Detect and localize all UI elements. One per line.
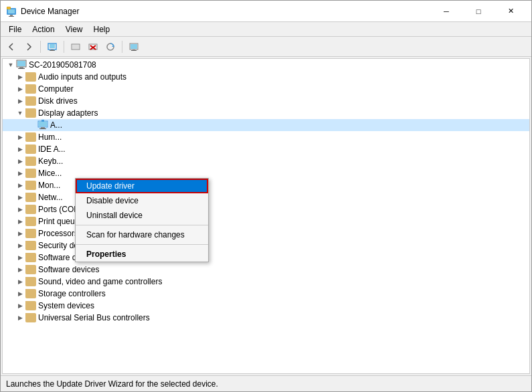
svg-rect-1 [8, 9, 15, 13]
svg-rect-25 [39, 122, 47, 126]
expand-mon-icon: ▶ [15, 180, 25, 191]
usb-folder-icon [25, 313, 36, 322]
svg-rect-26 [41, 127, 45, 128]
svg-rect-21 [17, 61, 25, 66]
svg-rect-9 [50, 50, 55, 51]
tree-item-storage[interactable]: ▶ Storage controllers [3, 288, 529, 300]
expand-root-icon: ▼ [5, 60, 16, 70]
security-folder-icon [25, 241, 36, 250]
expand-display-child-icon [27, 120, 37, 130]
ports-folder-icon [25, 205, 36, 214]
disk-label: Disk drives [38, 96, 78, 106]
context-menu: Update driver Disable device Uninstall d… [75, 178, 209, 262]
tree-item-computer[interactable]: ▶ Computer [3, 83, 529, 95]
svg-rect-2 [10, 15, 13, 16]
tree-item-hid[interactable]: ▶ Hum... [3, 131, 529, 143]
menu-action[interactable]: Action [27, 23, 60, 35]
tree-item-disk[interactable]: ▶ Disk drives [3, 95, 529, 107]
tree-item-display-adapter[interactable]: A... [3, 119, 529, 131]
sw-dev-folder-icon [25, 265, 36, 274]
expand-network-icon: ▶ [15, 192, 25, 203]
tree-item-audio[interactable]: ▶ Audio inputs and outputs [3, 71, 529, 83]
tree-root[interactable]: ▼ SC-201905081708 [3, 59, 529, 71]
tree-item-ide[interactable]: ▶ IDE A... [3, 143, 529, 155]
menu-bar: File Action View Help [1, 22, 531, 37]
display-adapter-label: A... [50, 120, 62, 130]
expand-sound-icon: ▶ [15, 276, 25, 287]
tree-item-system[interactable]: ▶ System devices [3, 300, 529, 312]
sound-folder-icon [25, 277, 36, 286]
forward-button[interactable] [21, 39, 37, 55]
expand-ide-icon: ▶ [15, 144, 25, 155]
toolbar-separator-1 [40, 41, 41, 53]
expand-audio-icon: ▶ [15, 72, 25, 82]
device-manager-window: Device Manager ─ □ ✕ File Action View He… [0, 0, 532, 392]
expand-ports-icon: ▶ [15, 204, 25, 215]
menu-view[interactable]: View [60, 23, 88, 35]
tree-item-sw-devices[interactable]: ▶ Software devices [3, 264, 529, 276]
tree-item-keyb[interactable]: ▶ Keyb... [3, 155, 529, 167]
tree-item-display[interactable]: ▼ Display adapters [3, 107, 529, 119]
expand-display-icon: ▼ [15, 108, 25, 118]
scan-button[interactable] [102, 39, 118, 55]
mon-label: Mon... [38, 181, 60, 190]
svg-rect-19 [131, 50, 137, 51]
expand-system-icon: ▶ [15, 300, 25, 311]
tree-item-sound[interactable]: ▶ Sound, video and game controllers [3, 276, 529, 288]
ide-label: IDE A... [38, 144, 66, 154]
expand-sw-dev-icon: ▶ [15, 264, 25, 275]
menu-file[interactable]: File [3, 23, 27, 35]
mice-label: Mice... [38, 169, 62, 178]
mice-folder-icon [25, 169, 36, 178]
audio-label: Audio inputs and outputs [38, 72, 126, 82]
expand-processors-icon: ▶ [15, 228, 25, 239]
svg-rect-7 [50, 44, 55, 48]
maximize-button[interactable]: □ [463, 1, 494, 22]
ctx-properties[interactable]: Properties [76, 247, 208, 262]
svg-rect-22 [19, 67, 23, 68]
audio-folder-icon [25, 72, 36, 82]
expand-usb-icon: ▶ [15, 312, 25, 323]
close-button[interactable]: ✕ [495, 1, 526, 22]
display-adapter-icon [37, 119, 48, 132]
computer-label: Computer [38, 84, 74, 94]
print-folder-icon [25, 217, 36, 226]
network-label: Netw... [38, 193, 63, 202]
svg-rect-5 [7, 7, 10, 9]
status-text: Launches the Update Driver Wizard for th… [6, 379, 218, 389]
storage-folder-icon [25, 289, 36, 298]
svg-rect-28 [41, 120, 44, 122]
svg-rect-11 [72, 45, 79, 49]
expand-security-icon: ▶ [15, 240, 25, 251]
device-tree[interactable]: ▼ SC-201905081708 ▶ Audio inputs and out… [2, 58, 530, 374]
svg-rect-8 [51, 50, 54, 50]
back-button[interactable] [3, 39, 19, 55]
menu-help[interactable]: Help [88, 23, 116, 35]
svg-rect-27 [39, 128, 46, 129]
tree-item-usb[interactable]: ▶ Universal Serial Bus controllers [3, 312, 529, 324]
ctx-scan-hardware[interactable]: Scan for hardware changes [76, 227, 208, 242]
system-folder-icon [25, 301, 36, 310]
uninstall-button[interactable] [85, 39, 101, 55]
ctx-separator-1 [76, 225, 208, 225]
display-label: Display adapters [38, 108, 98, 118]
ctx-disable-device[interactable]: Disable device [76, 193, 208, 208]
keyb-label: Keyb... [38, 157, 63, 166]
computer-properties-button[interactable] [44, 39, 60, 55]
app-icon [6, 6, 17, 17]
status-bar: Launches the Update Driver Wizard for th… [1, 375, 531, 391]
toolbar [1, 37, 531, 57]
monitor-button[interactable] [126, 39, 142, 55]
svg-rect-18 [132, 50, 135, 50]
title-bar: Device Manager ─ □ ✕ [1, 1, 531, 22]
expand-disk-icon: ▶ [15, 96, 25, 106]
ctx-update-driver[interactable]: Update driver [76, 179, 208, 193]
minimize-button[interactable]: ─ [431, 1, 462, 22]
expand-storage-icon: ▶ [15, 288, 25, 299]
ide-folder-icon [25, 144, 36, 154]
root-computer-icon [16, 59, 27, 72]
sound-label: Sound, video and game controllers [38, 277, 162, 286]
ctx-uninstall-device[interactable]: Uninstall device [76, 208, 208, 223]
update-driver-button[interactable] [68, 39, 84, 55]
sw-comp-folder-icon [25, 253, 36, 262]
